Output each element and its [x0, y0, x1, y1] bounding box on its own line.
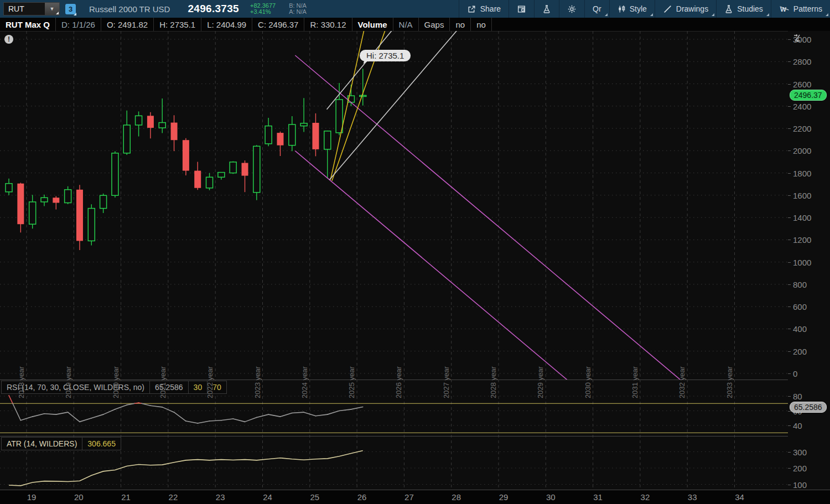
time-axis-label: 19 — [27, 492, 37, 502]
pane-separator-rsi[interactable] — [0, 380, 830, 380]
time-axis-label: 27 — [404, 492, 414, 502]
last-price-bubble: 2496.37 — [790, 90, 827, 101]
status-cell[interactable]: D: 1/1/26 — [56, 18, 101, 31]
price-tick-label: 2400 — [793, 101, 811, 111]
flask-icon — [542, 4, 551, 14]
style-label: Style — [630, 4, 647, 13]
last-price: 2496.3735 — [188, 3, 239, 15]
axis-tick — [788, 485, 791, 485]
quarter-button[interactable]: Qr — [584, 0, 609, 18]
candle-body-up — [41, 198, 48, 202]
price-tick-label: 2800 — [793, 57, 811, 66]
price-tick-label: 1800 — [793, 168, 811, 178]
top-toolbar: RUT ▼ 3 Russell 2000 TR USD 2496.3735 +8… — [0, 0, 830, 18]
status-cell[interactable]: C: 2496.37 — [252, 18, 304, 31]
axis-tick — [788, 468, 791, 469]
price-tick-label: 800 — [793, 279, 807, 289]
price-tick-label: 2200 — [793, 124, 811, 133]
axis-tick — [788, 61, 791, 62]
link-group-badge[interactable]: 3 — [65, 4, 76, 14]
axis-tick — [788, 284, 791, 285]
atr-value: 306.665 — [82, 437, 121, 450]
status-cell[interactable]: RUT Max Q — [0, 18, 56, 31]
time-axis-label: 20 — [74, 492, 84, 502]
share-icon — [467, 4, 476, 14]
pattern-w-icon: W — [779, 4, 790, 14]
time-axis-label: 24 — [263, 492, 272, 502]
time-axis-label: 23 — [216, 492, 225, 502]
candle-body-up — [300, 123, 307, 126]
price-tick-label: 200 — [793, 346, 807, 356]
alert-icon[interactable]: ! — [4, 35, 13, 44]
candle-body-up — [253, 146, 260, 193]
price-tick-label: 600 — [793, 302, 807, 311]
share-button[interactable]: Share — [459, 0, 509, 18]
high-tooltip: Hi: 2735.1 — [360, 50, 411, 61]
price-axis[interactable]: 3000280026002400220020001800160014001200… — [788, 31, 830, 490]
candle-body-down — [242, 163, 248, 175]
status-cell[interactable]: O: 2491.82 — [101, 18, 154, 31]
analyze-button[interactable] — [534, 0, 559, 18]
rsi-tick-label: 40 — [793, 421, 802, 430]
axis-tick — [788, 396, 791, 397]
status-cell[interactable]: L: 2404.99 — [201, 18, 252, 31]
status-cell[interactable]: no — [471, 18, 492, 31]
axis-tick — [788, 195, 791, 196]
status-cell[interactable]: no — [450, 18, 471, 31]
status-cell[interactable]: Volume — [352, 18, 393, 31]
candle-body-up — [65, 190, 71, 203]
atr-tick-label: 100 — [793, 480, 807, 489]
axis-tick — [788, 351, 791, 352]
price-tick-label: 1000 — [793, 257, 811, 267]
price-tick-label: 0 — [793, 368, 797, 378]
price-tick-label: 1400 — [793, 213, 811, 222]
style-button[interactable]: Style — [609, 0, 655, 18]
atr-tick-label: 200 — [793, 464, 807, 473]
candle-body-down — [53, 198, 59, 202]
axis-tick — [788, 106, 791, 107]
drawings-button[interactable]: Drawings — [655, 0, 716, 18]
pane-separator-atr[interactable] — [0, 436, 830, 437]
time-axis-label: 29 — [499, 492, 509, 502]
calendar-clock-icon — [517, 4, 526, 14]
candle-body-up — [336, 100, 343, 133]
settings-button[interactable] — [559, 0, 584, 18]
patterns-button[interactable]: WPatterns — [771, 0, 830, 18]
toolbar-buttons: ShareQrStyleDrawingsStudiesWPatterns — [459, 0, 830, 18]
time-axis[interactable]: 19202122232425262728293031323334 — [0, 490, 830, 504]
atr-header: ATR (14, WILDERS) 306.665 — [1, 437, 121, 450]
report-button[interactable] — [509, 0, 534, 18]
change-pct: +3.41% — [250, 9, 276, 15]
atr-label[interactable]: ATR (14, WILDERS) — [1, 437, 82, 450]
candle-body-down — [183, 140, 189, 170]
candle-body-up — [206, 177, 213, 188]
chart-status-bar: RUT Max QD: 1/1/26O: 2491.82H: 2735.1L: … — [0, 18, 830, 32]
axis-tick — [788, 373, 791, 374]
axis-scale-icon[interactable] — [792, 33, 802, 43]
chart-canvas[interactable] — [0, 31, 788, 490]
time-axis-label: 32 — [641, 492, 650, 502]
trend-drawings — [295, 31, 681, 380]
symbol-area: RUT ▼ 3 Russell 2000 TR USD 2496.3735 +8… — [0, 2, 307, 15]
symbol-text[interactable]: RUT — [4, 4, 45, 13]
candle-body-down — [171, 123, 178, 141]
candle-body-up — [88, 209, 95, 241]
status-cell[interactable]: N/A — [393, 18, 419, 31]
status-cell[interactable]: R: 330.12 — [304, 18, 352, 31]
status-cell[interactable]: Gaps — [419, 18, 450, 31]
rsi-value-bubble: 65.2586 — [790, 402, 827, 413]
time-axis-label: 22 — [169, 492, 178, 502]
time-axis-label: 21 — [121, 492, 131, 502]
axis-tick — [788, 240, 791, 240]
gear-icon — [567, 4, 577, 14]
candle-body-down — [312, 123, 319, 149]
symbol-input[interactable]: RUT ▼ — [3, 2, 60, 15]
symbol-dropdown-button[interactable]: ▼ — [45, 3, 59, 15]
price-tick-label: 1200 — [793, 235, 811, 245]
candle-body-up — [159, 123, 165, 128]
axis-tick — [788, 128, 791, 129]
time-axis-label: 26 — [357, 492, 367, 502]
status-cell[interactable]: H: 2735.1 — [154, 18, 201, 31]
candle-body-down — [76, 190, 83, 241]
studies-button[interactable]: Studies — [716, 0, 771, 18]
